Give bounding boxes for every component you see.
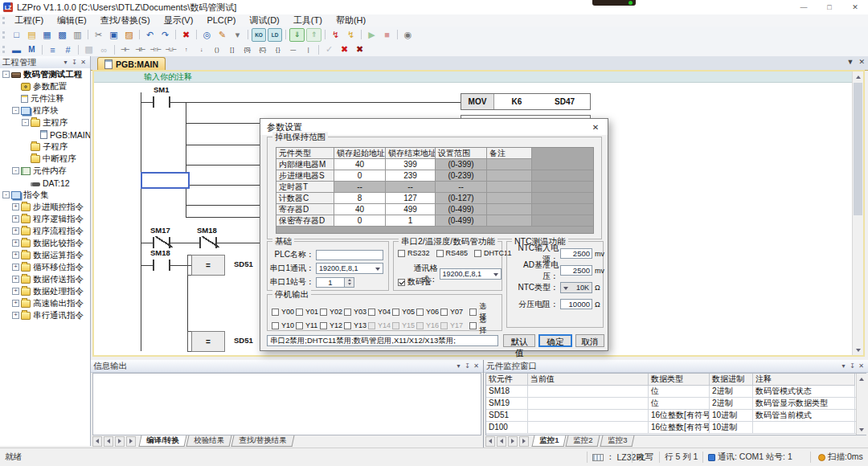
panel-pin-icon[interactable]: ↧ — [848, 362, 857, 370]
panel-close-icon[interactable]: ✕ — [79, 59, 88, 66]
checkbox-icon[interactable] — [272, 322, 279, 329]
retention-row[interactable]: 内部继电器M 40 399 (0-399) — [276, 159, 593, 170]
output-checkbox-item[interactable]: Y15 — [392, 321, 415, 329]
ladder-tool-icon[interactable]: ↑ — [179, 43, 193, 55]
output-message-area[interactable] — [92, 373, 481, 435]
close-button[interactable]: ✕ — [842, 0, 868, 14]
contact-sm17[interactable] — [153, 237, 170, 248]
ntc-field-value[interactable]: 10K — [560, 282, 592, 293]
tree-item[interactable]: - 主程序 — [0, 117, 90, 129]
menu-item[interactable]: 编辑(E) — [51, 15, 92, 25]
output-checkbox-item[interactable]: Y17 — [440, 321, 463, 329]
toolbar-button-icon[interactable] — [285, 30, 286, 39]
tree-item[interactable]: + 数据运算指令 — [0, 249, 90, 261]
output-checkbox-item[interactable]: Y13 — [344, 321, 366, 329]
tree-expander-icon[interactable]: - — [12, 167, 19, 174]
tree-expander-icon[interactable] — [12, 83, 19, 90]
monitor-row[interactable]: D100 16位整数[有符号] 10进制 — [486, 422, 866, 434]
toolbar-button-icon[interactable]: □ — [10, 29, 23, 41]
toolbar-button-icon[interactable]: ✖ — [179, 29, 193, 41]
tab-next-icon[interactable] — [115, 436, 125, 447]
latch-start-cell[interactable]: 40 — [334, 159, 386, 170]
menu-item[interactable]: 工具(T) — [288, 15, 328, 25]
tree-expander-icon[interactable] — [22, 143, 29, 150]
toolbar-button-icon[interactable]: ✂ — [92, 29, 105, 41]
tree-expander-icon[interactable] — [22, 155, 29, 162]
checkbox-icon[interactable] — [398, 279, 405, 286]
tree-item[interactable]: 参数配置 — [0, 80, 90, 92]
ladder-tool-icon[interactable]: ▩ — [82, 43, 96, 55]
contact-sm1[interactable] — [153, 96, 170, 108]
tree-expander-icon[interactable]: - — [22, 119, 29, 126]
tree-item[interactable]: + 程序逻辑指令 — [0, 213, 90, 225]
retention-row[interactable]: 寄存器D 40 499 (0-499) — [276, 204, 593, 215]
ladder-tool-icon[interactable]: {C} — [256, 43, 269, 55]
ntc-field-value[interactable]: 10000 — [560, 299, 592, 309]
scroll-up-icon[interactable] — [857, 374, 866, 384]
toolbar-button-icon[interactable]: ▩ — [55, 29, 69, 41]
checkbox-icon[interactable] — [320, 322, 327, 329]
tab-pgb-main[interactable]: PGB:MAIN — [97, 57, 166, 70]
tab-prev-icon[interactable] — [497, 436, 506, 447]
tree-item[interactable]: - 数码管测试工程 — [0, 68, 90, 80]
tree-expander-icon[interactable]: + — [12, 203, 19, 211]
menu-item[interactable]: PLC(P) — [201, 15, 241, 25]
menu-item[interactable]: 显示(V) — [158, 15, 199, 25]
station-stepper[interactable] — [345, 277, 354, 288]
toolbar-button-icon[interactable] — [248, 30, 248, 39]
latch-end-cell[interactable]: 239 — [386, 170, 436, 182]
tree-expander-icon[interactable] — [12, 95, 19, 102]
tree-expander-icon[interactable]: + — [12, 239, 19, 247]
ladder-tool-icon[interactable]: {S} — [240, 43, 254, 55]
contact-sm18-no[interactable] — [153, 260, 170, 271]
tree-item[interactable]: + 循环移位指令 — [0, 261, 90, 273]
output-tab[interactable]: 查找/替换结果 — [231, 435, 294, 447]
tree-item[interactable]: DAT:12 — [0, 177, 90, 189]
output-checkbox-item[interactable]: Y11 — [296, 321, 318, 329]
ladder-tool-icon[interactable] — [78, 45, 79, 55]
output-tab[interactable]: 校验结果 — [186, 435, 231, 447]
tree-item[interactable]: + 数据比较指令 — [0, 237, 90, 249]
monitor-row[interactable]: SD51 16位整数[有符号] 10进制 数码管当前模式 — [486, 410, 866, 422]
tree-expander-icon[interactable] — [22, 179, 29, 186]
digit-tube-checkbox[interactable]: 数码管 — [398, 276, 432, 288]
contact-sm18-nc[interactable] — [199, 237, 217, 248]
toolbar-button-icon[interactable]: ◎ — [200, 29, 214, 41]
toolbar-button-icon[interactable]: ◉ — [401, 29, 415, 41]
ladder-tool-icon[interactable]: | — [301, 43, 315, 55]
tree-item[interactable]: - 元件内存 — [0, 165, 90, 177]
checkbox-icon[interactable] — [296, 322, 303, 329]
tree-expander-icon[interactable]: + — [12, 300, 19, 307]
ladder-tool-icon[interactable]: ↓ — [194, 43, 208, 55]
toolbar-button-icon[interactable] — [196, 30, 197, 39]
toolbar-button-icon[interactable] — [325, 30, 326, 39]
checkbox-icon[interactable] — [474, 250, 481, 257]
toolbar-button-icon[interactable]: ↷ — [158, 29, 172, 41]
latch-end-cell[interactable]: 499 — [386, 204, 436, 215]
panel-menu-icon[interactable]: ▾ — [61, 59, 70, 66]
panel-menu-icon[interactable]: ▾ — [839, 362, 848, 370]
ladder-tool-icon[interactable]: { } — [271, 43, 285, 55]
com1-format-select[interactable]: 19200,E,8,1 — [316, 263, 383, 274]
ladder-tool-icon[interactable]: ∞ — [97, 43, 111, 55]
toolbar-button-icon[interactable]: ▤ — [25, 29, 39, 41]
status-edit-mode[interactable]: 改写 — [637, 448, 653, 466]
tree-item[interactable]: + 程序流程指令 — [0, 225, 90, 237]
compare-block-1[interactable]: = — [191, 255, 225, 276]
tree-expander-icon[interactable]: + — [12, 288, 19, 295]
latch-end-cell[interactable]: 1 — [386, 215, 436, 227]
checkbox-icon[interactable] — [344, 322, 351, 329]
monitor-tab[interactable]: 监控3 — [600, 435, 634, 447]
tab-last-icon[interactable] — [519, 436, 529, 447]
tree-item[interactable]: + 数据处理指令 — [0, 285, 90, 297]
tree-expander-icon[interactable]: + — [12, 312, 19, 319]
output-checkbox-item[interactable]: Y12 — [320, 321, 342, 329]
rung-comment[interactable]: 输入你的注释 — [94, 72, 853, 83]
toolbar-button-icon[interactable]: LD — [268, 28, 282, 42]
ladder-tool-icon[interactable]: M — [25, 43, 39, 55]
ladder-tool-icon[interactable]: ( ) — [210, 43, 223, 55]
ladder-tool-icon[interactable] — [318, 45, 319, 55]
toolbar-button-icon[interactable]: ↯ — [344, 29, 358, 41]
menu-item[interactable]: 帮助(H) — [330, 15, 371, 25]
dialog-close-icon[interactable]: ✕ — [583, 119, 608, 135]
